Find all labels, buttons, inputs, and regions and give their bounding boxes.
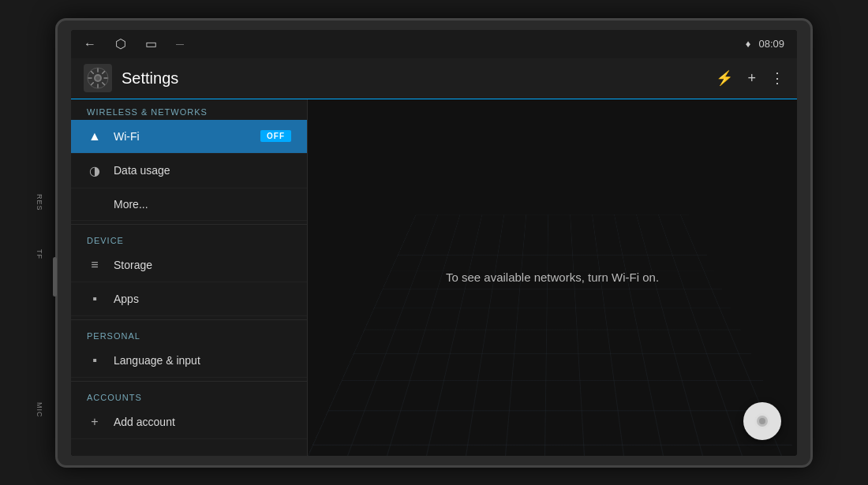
status-bar: ← ⬡ ▭ — ♦ 08:09 [71,30,797,58]
more-menu-button[interactable]: ⋮ [770,69,784,87]
flash-icon[interactable]: ⚡ [716,69,733,87]
fab-button[interactable] [743,402,781,440]
clock: 08:09 [758,38,784,50]
app-title: Settings [122,69,716,88]
add-account-label: Add account [114,416,175,428]
content-panel: To see available networks, turn Wi-Fi on… [308,99,797,456]
side-slider[interactable] [53,257,57,297]
app-bar-actions: ⚡ + ⋮ [716,69,784,87]
apps-icon: ▪ [87,292,103,306]
wifi-message: To see available networks, turn Wi-Fi on… [446,270,659,284]
app-bar: Settings ⚡ + ⋮ [71,58,797,99]
screen: ← ⬡ ▭ — ♦ 08:09 Settings ⚡ [71,30,797,456]
apps-label: Apps [114,293,139,305]
svg-point-2 [95,76,100,80]
settings-item-more[interactable]: More... [71,188,307,221]
menu-dots: — [176,39,184,48]
location-icon: ♦ [746,38,751,50]
divider-2 [71,319,307,320]
data-usage-icon: ◑ [87,163,103,178]
section-accounts: ACCOUNTS [71,385,307,405]
settings-item-language[interactable]: ▪ Language & input [71,344,307,378]
add-button[interactable]: + [747,70,756,87]
settings-item-data-usage[interactable]: ◑ Data usage [71,154,307,188]
wifi-icon: ▲ [87,129,103,144]
section-device: DEVICE [71,228,307,248]
storage-icon: ≡ [87,258,103,272]
res-label: RES [36,194,43,211]
language-icon: ▪ [87,353,103,367]
back-button[interactable]: ← [84,37,96,51]
more-label: More... [114,198,148,211]
main-content: WIRELESS & NETWORKS ▲ Wi-Fi OFF ◑ Data u… [71,99,797,456]
device-frame: RES TF MIC ← ⬡ ▭ — ♦ 08:09 [55,18,813,468]
home-button[interactable]: ⬡ [115,36,126,51]
settings-item-storage[interactable]: ≡ Storage [71,248,307,282]
mic-label: MIC [36,402,43,418]
recents-button[interactable]: ▭ [145,36,157,51]
nav-buttons: ← ⬡ ▭ — [84,36,184,51]
tf-label: TF [36,249,43,259]
settings-item-add-account[interactable]: + Add account [71,405,307,439]
data-usage-label: Data usage [114,164,170,177]
settings-item-apps[interactable]: ▪ Apps [71,282,307,316]
storage-label: Storage [114,259,152,271]
svg-point-5 [759,418,765,424]
section-personal: PERSONAL [71,323,307,344]
grid-background [308,215,797,456]
settings-item-wifi[interactable]: ▲ Wi-Fi OFF [71,120,307,154]
wifi-toggle[interactable]: OFF [260,130,291,142]
settings-list: WIRELESS & NETWORKS ▲ Wi-Fi OFF ◑ Data u… [71,99,308,456]
status-icons: ♦ 08:09 [746,38,784,50]
wifi-label: Wi-Fi [114,130,140,143]
divider-3 [71,381,307,382]
settings-app-icon [84,64,112,92]
divider-1 [71,224,307,225]
add-account-icon: + [87,415,103,429]
language-label: Language & input [114,354,200,367]
section-wireless: WIRELESS & NETWORKS [71,99,307,120]
